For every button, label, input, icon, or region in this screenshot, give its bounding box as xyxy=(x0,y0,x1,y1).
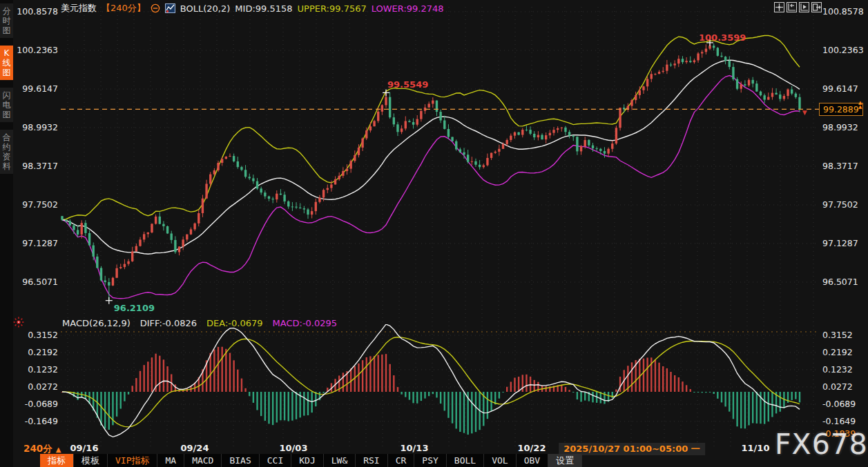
sidebar-tab[interactable]: 闪电图 xyxy=(0,88,13,122)
symbol-name: 美元指数 xyxy=(61,2,97,14)
crosshair-icon[interactable] xyxy=(774,2,784,12)
period-label[interactable]: 【240分】 xyxy=(102,2,146,14)
window-controls xyxy=(774,2,822,12)
macd-diff-value: DIFF:-0.0826 xyxy=(140,318,197,328)
date-tick-label: 09/24 xyxy=(181,443,209,453)
peak-price-annotation: 100.3599 xyxy=(699,32,746,43)
zoom-in-chart-icon[interactable] xyxy=(799,2,809,12)
date-tick-label: 10/13 xyxy=(401,443,429,453)
toolbar-button[interactable]: KDJ xyxy=(291,454,323,467)
macd-dea-value: DEA:-0.0679 xyxy=(206,318,262,328)
macd-value: MACD:-0.0295 xyxy=(273,318,338,328)
toolbar-button[interactable]: RSI xyxy=(356,454,387,467)
toolbar-button[interactable]: PSY xyxy=(414,454,446,467)
low-price-annotation: 96.2109 xyxy=(114,303,155,313)
macd-header: MACD(26,12,9) DIFF:-0.0826 DEA:-0.0679 M… xyxy=(62,318,337,328)
toolbar-button[interactable]: CCI xyxy=(260,454,291,467)
candlestick-chart-icon xyxy=(165,3,175,13)
date-tick-label: 11/10 xyxy=(742,443,770,453)
zoom-out-chart-icon[interactable] xyxy=(787,2,797,12)
sidebar-tab[interactable]: 分时图 xyxy=(0,3,13,38)
toolbar-button[interactable]: BIAS xyxy=(222,454,259,467)
boll-upper-value: UPPER:99.7567 xyxy=(298,3,367,14)
date-tick-label: 10/22 xyxy=(518,443,546,453)
current-price-marker: 99.2889 xyxy=(819,103,863,116)
boll-lower-value: LOWER:99.2748 xyxy=(372,3,444,14)
date-tick-label: 10/03 xyxy=(280,443,308,453)
toolbar-button[interactable]: LW& xyxy=(324,454,356,467)
indicator-alert-icon[interactable] xyxy=(13,317,24,330)
toolbar-button[interactable]: MA xyxy=(157,454,184,467)
indicator-toolbar: 指标模板VIP指标MAMACDBIASCCIKDJLW&RSICRPSYBOLL… xyxy=(40,454,582,467)
macd-title: MACD(26,12,9) xyxy=(62,318,131,328)
pop-out-icon[interactable] xyxy=(811,2,822,12)
toolbar-button[interactable]: OBV xyxy=(517,454,548,467)
toolbar-button[interactable]: 设置 xyxy=(548,454,582,467)
boll-title: BOLL(20,2) xyxy=(180,3,231,14)
sidebar: 分时图K线图闪电图合约资料 xyxy=(0,0,13,467)
boll-mid-value: MID:99.5158 xyxy=(235,3,292,14)
toolbar-button[interactable]: BOLL xyxy=(447,454,484,467)
chart-canvas[interactable] xyxy=(0,0,868,467)
date-tick-label: 09/16 xyxy=(70,443,99,453)
price-direction-icon: ▲▲ xyxy=(858,101,862,109)
time-axis: 09/1609/2410/0310/1310/222025/10/27 01:0… xyxy=(0,442,868,454)
sidebar-tab[interactable]: K线图 xyxy=(0,46,13,80)
toolbar-button[interactable]: 模板 xyxy=(74,454,108,467)
toolbar-button[interactable]: MACD xyxy=(184,454,222,467)
chart-header: 美元指数 【240分】 BOLL(20,2) MID:99.5158 UPPER… xyxy=(61,2,444,14)
toolbar-button[interactable]: VIP指标 xyxy=(108,454,157,467)
sidebar-tab[interactable]: 合约资料 xyxy=(0,130,13,174)
high-price-annotation: 99.5549 xyxy=(387,79,428,90)
toolbar-button[interactable]: CR xyxy=(388,454,415,467)
collapse-indicator-icon[interactable] xyxy=(151,3,160,13)
chart-window: 分时图K线图闪电图合约资料 美元指数 【240分】 BOLL(20,2) MID… xyxy=(0,0,868,467)
toolbar-button[interactable]: VOL xyxy=(484,454,516,467)
toolbar-button[interactable]: 指标 xyxy=(40,454,74,467)
